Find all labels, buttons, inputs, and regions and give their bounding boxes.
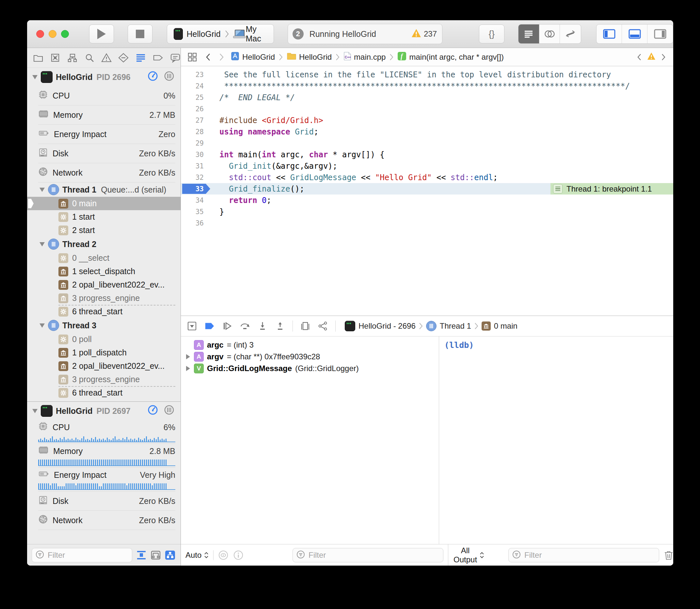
stack-frame-row[interactable]: 6 thread_start [27,386,181,399]
code-line[interactable]: 28using namespace Grid; [181,126,673,137]
code-text[interactable]: #include <Grid/Grid.h> [204,116,323,125]
debug-crumb-process[interactable]: HelloGrid - 2696 [358,321,416,331]
stack-frame-row[interactable]: 1 poll_dispatch [27,346,181,359]
symbol-navigator-icon[interactable] [67,52,78,63]
source-control-navigator-icon[interactable] [50,52,61,63]
hide-debug-area-icon[interactable] [187,321,197,331]
gauge-row-memory[interactable]: Memory2.7 MB [38,105,175,125]
breadcrumb-symbol[interactable]: f main(int argc, char * argv[]) [397,52,503,63]
stack-frame-row[interactable]: 2 opal_libevent2022_ev... [27,359,181,373]
variable-row[interactable]: Aargc= (int) 3 [181,339,439,351]
next-issue-icon[interactable] [659,53,668,62]
line-number[interactable]: 31 [181,162,204,170]
view-process-hierarchy-icon[interactable] [164,550,176,561]
breadcrumb-project[interactable]: HelloGrid [231,52,275,63]
disclosure-triangle-icon[interactable] [39,188,45,192]
assistant-editor-button[interactable] [540,24,560,44]
disclosure-triangle-icon[interactable] [186,354,190,359]
variable-row[interactable]: Aargv= (char **) 0x7ffee9039c28 [181,351,439,363]
stack-frame-row[interactable]: 1 select_dispatch [27,265,181,278]
stack-frame-row[interactable]: 1 start [27,210,181,224]
breadcrumb-file[interactable]: C++ main.cpp [343,52,386,63]
report-navigator-icon[interactable] [170,52,181,63]
find-navigator-icon[interactable] [84,52,95,63]
thread-row[interactable]: Thread 3 [27,318,181,333]
show-paused-threads-icon[interactable] [136,550,147,561]
view-hierarchy-icon[interactable] [300,321,310,331]
scheme-selector[interactable]: HelloGrid My Mac [167,24,274,44]
line-number[interactable]: 32 [181,174,204,181]
navigator-filter-input[interactable] [47,550,129,560]
columns-icon[interactable] [164,70,175,84]
variables-filter-input[interactable] [308,550,440,560]
code-text[interactable]: Grid_finalize(); [204,185,304,193]
gauge-row-cpu[interactable]: CPU0% [38,86,175,105]
trash-icon[interactable] [664,550,673,560]
process-row[interactable]: HelloGrid PID 2696 [27,68,181,86]
toggle-navigator-button[interactable] [597,24,622,44]
console-filter-input[interactable] [524,550,655,560]
view-process-by-queue-icon[interactable] [150,550,161,561]
line-number[interactable]: 27 [181,117,204,124]
stack-frame-row[interactable]: 3 progress_engine [27,292,181,305]
code-line[interactable]: 36 [181,218,673,229]
line-number[interactable]: 29 [181,139,204,147]
code-text[interactable]: Grid_init(&argc,&argv); [204,161,337,171]
zoom-window-button[interactable] [61,30,69,38]
code-text[interactable]: using namespace Grid; [204,127,318,136]
standard-editor-button[interactable] [518,24,540,44]
disclosure-triangle-icon[interactable] [32,75,37,79]
variables-scope-popup[interactable]: Auto [185,551,209,560]
line-number[interactable]: 33 [181,185,204,193]
console-view[interactable]: (lldb) [439,336,673,544]
memory-graph-icon[interactable] [318,321,328,331]
navigator-filter-field[interactable] [32,548,132,562]
code-line[interactable]: 23 See the full license in the file "LIC… [181,69,673,80]
code-text[interactable]: int main(int argc, char * argv[]) { [204,150,385,159]
stack-frame-row[interactable]: 0 __select [27,251,181,265]
code-line[interactable]: 33 Grid_finalize();Thread 1: breakpoint … [181,183,673,194]
stack-frame-row[interactable]: 2 opal_libevent2022_ev... [27,278,181,292]
toggle-inspector-button[interactable] [647,24,673,44]
code-line[interactable]: 24 *************************************… [181,80,673,92]
code-line[interactable]: 26 [181,103,673,115]
disclosure-triangle-icon[interactable] [39,324,45,328]
code-line[interactable]: 27#include <Grid/Grid.h> [181,115,673,126]
breakpoints-toggle-icon[interactable] [204,321,215,331]
line-number[interactable]: 34 [181,196,204,204]
toggle-debug-area-button[interactable] [622,24,647,44]
minimize-window-button[interactable] [49,30,56,38]
code-line[interactable]: 32 std::cout << GridLogMessage << "Hello… [181,172,673,183]
code-text[interactable]: } [204,207,224,216]
gauge-dial-icon[interactable] [147,404,158,417]
line-number[interactable]: 30 [181,151,204,159]
code-text[interactable]: See the full license in the file "LICENS… [204,70,611,79]
stack-frame-row[interactable]: 3 progress_engine [27,373,181,386]
code-text[interactable]: std::cout << GridLogMessage << "Hello Gr… [204,173,498,182]
line-number[interactable]: 35 [181,208,204,216]
project-navigator-icon[interactable] [33,52,44,63]
debug-navigator-icon[interactable] [136,52,146,63]
test-navigator-icon[interactable] [118,52,129,63]
code-line[interactable]: 35} [181,206,673,218]
run-button[interactable] [89,24,114,44]
disclosure-triangle-icon[interactable] [39,242,45,246]
line-number[interactable]: 25 [181,94,204,102]
step-out-icon[interactable] [275,321,285,331]
code-text[interactable]: return 0; [204,196,271,205]
stack-frame-row[interactable]: 0 main [27,197,181,210]
gauge-row-network[interactable]: NetworkZero KB/s [38,511,175,530]
breakpoint-navigator-icon[interactable] [152,52,164,63]
line-number[interactable]: 26 [181,105,204,113]
process-row[interactable]: HelloGrid PID 2697 [27,402,181,420]
gauge-row-network[interactable]: NetworkZero KB/s [38,163,175,182]
issue-navigator-icon[interactable] [101,52,112,63]
gauge-dial-icon[interactable] [147,70,158,84]
debug-crumb-thread[interactable]: Thread 1 [440,321,471,331]
thread-row[interactable]: Thread 1Queue:...d (serial) [27,182,181,197]
line-number[interactable]: 23 [181,71,204,79]
code-line[interactable]: 31 Grid_init(&argc,&argv); [181,160,673,172]
debug-crumb-frame[interactable]: 0 main [494,321,517,331]
gauge-row-memory[interactable]: Memory2.8 MB [38,444,175,458]
step-over-icon[interactable] [240,321,250,331]
